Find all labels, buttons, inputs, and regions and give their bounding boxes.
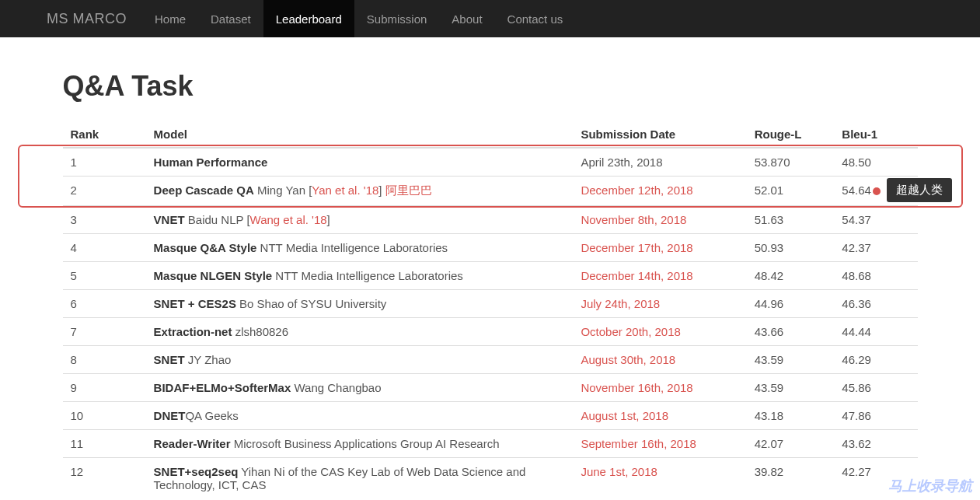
cell-rank: 11 bbox=[63, 430, 146, 458]
cell-bleu-1: 46.29 bbox=[834, 346, 917, 374]
submission-date-link[interactable]: October 20th, 2018 bbox=[581, 325, 680, 338]
submission-date-link[interactable]: September 16th, 2018 bbox=[581, 437, 696, 450]
submission-date-link[interactable]: December 14th, 2018 bbox=[581, 269, 692, 282]
cell-model: SNET + CES2S Bo Shao of SYSU University bbox=[146, 290, 574, 318]
submission-date-link[interactable]: November 8th, 2018 bbox=[581, 213, 686, 226]
col-model: Model bbox=[146, 121, 574, 148]
cell-model: Masque NLGEN Style NTT Media Intelligenc… bbox=[146, 262, 574, 290]
cell-date: October 20th, 2018 bbox=[573, 318, 746, 346]
model-affiliation: zlsh80826 bbox=[232, 325, 288, 338]
model-affiliation: Microsoft Business Applications Group AI… bbox=[231, 437, 500, 450]
brand-logo[interactable]: MS MARCO bbox=[47, 0, 142, 37]
nav-link[interactable]: About bbox=[439, 0, 494, 37]
navbar: MS MARCO HomeDatasetLeaderboardSubmissio… bbox=[0, 0, 980, 37]
cell-rank: 9 bbox=[63, 374, 146, 402]
model-affiliation: NTT Media Intelligence Laboratories bbox=[272, 269, 463, 282]
cell-date: August 1st, 2018 bbox=[573, 402, 746, 430]
nav-item-home[interactable]: Home bbox=[142, 0, 198, 37]
cell-bleu-1: 43.62 bbox=[834, 430, 917, 458]
model-name: SNET+seq2seq bbox=[154, 465, 239, 478]
cell-rouge-l: 53.870 bbox=[747, 148, 835, 177]
model-reference-link[interactable]: Yan et al. '18 bbox=[312, 184, 378, 197]
table-body: 1Human PerformanceApril 23th, 201853.870… bbox=[63, 148, 918, 498]
submission-date-link[interactable]: July 24th, 2018 bbox=[581, 297, 660, 310]
table-row: 3VNET Baidu NLP [Wang et al. '18]Novembe… bbox=[63, 206, 918, 234]
cell-date: December 17th, 2018 bbox=[573, 234, 746, 262]
cell-bleu-1: 45.86 bbox=[834, 374, 917, 402]
cell-date: September 16th, 2018 bbox=[573, 430, 746, 458]
submission-date-link[interactable]: December 12th, 2018 bbox=[581, 184, 692, 197]
cell-rank: 2 bbox=[63, 177, 146, 206]
bleu-value: 48.50 bbox=[842, 156, 871, 169]
cell-model: VNET Baidu NLP [Wang et al. '18] bbox=[146, 206, 574, 234]
nav-item-about[interactable]: About bbox=[439, 0, 494, 37]
col-rouge: Rouge-L bbox=[747, 121, 835, 148]
table-row: 6SNET + CES2S Bo Shao of SYSU University… bbox=[63, 290, 918, 318]
nav-link[interactable]: Contact us bbox=[495, 0, 576, 37]
table-header-row: Rank Model Submission Date Rouge-L Bleu-… bbox=[63, 121, 918, 148]
cell-date: November 16th, 2018 bbox=[573, 374, 746, 402]
model-affiliation: Wang Changbao bbox=[291, 381, 381, 394]
model-affiliation-cn: 阿里巴巴 bbox=[385, 184, 432, 197]
cell-rouge-l: 52.01 bbox=[747, 177, 835, 206]
table-row: 5Masque NLGEN Style NTT Media Intelligen… bbox=[63, 262, 918, 290]
model-name: DNET bbox=[154, 409, 186, 422]
cell-model: Reader-Writer Microsoft Business Applica… bbox=[146, 430, 574, 458]
cell-rank: 7 bbox=[63, 318, 146, 346]
table-row: 12SNET+seq2seq Yihan Ni of the CAS Key L… bbox=[63, 458, 918, 499]
nav-item-submission[interactable]: Submission bbox=[354, 0, 440, 37]
table-row: 11Reader-Writer Microsoft Business Appli… bbox=[63, 430, 918, 458]
highlight-dot-icon bbox=[873, 187, 881, 195]
nav-item-leaderboard[interactable]: Leaderboard bbox=[263, 0, 354, 37]
model-name: BIDAF+ELMo+SofterMax bbox=[154, 381, 291, 394]
submission-date-link[interactable]: December 17th, 2018 bbox=[581, 241, 692, 254]
model-name: Extraction-net bbox=[154, 325, 232, 338]
cell-rouge-l: 43.66 bbox=[747, 318, 835, 346]
cell-date: August 30th, 2018 bbox=[573, 346, 746, 374]
cell-rank: 1 bbox=[63, 148, 146, 177]
col-bleu: Bleu-1 bbox=[834, 121, 917, 148]
nav-item-contact-us[interactable]: Contact us bbox=[495, 0, 576, 37]
cell-model: Masque Q&A Style NTT Media Intelligence … bbox=[146, 234, 574, 262]
model-name: Masque Q&A Style bbox=[154, 241, 257, 254]
model-name: Masque NLGEN Style bbox=[154, 269, 273, 282]
submission-date-link[interactable]: June 1st, 2018 bbox=[581, 465, 657, 478]
cell-rouge-l: 43.59 bbox=[747, 346, 835, 374]
cell-date: July 24th, 2018 bbox=[573, 290, 746, 318]
bleu-value: 43.62 bbox=[842, 437, 871, 450]
cell-rouge-l: 42.07 bbox=[747, 430, 835, 458]
bleu-value: 42.27 bbox=[842, 465, 871, 478]
model-affiliation: Baidu NLP [ bbox=[185, 213, 250, 226]
bleu-value: 42.37 bbox=[842, 241, 871, 254]
model-name: VNET bbox=[154, 213, 185, 226]
model-name: Deep Cascade QA bbox=[154, 184, 254, 197]
submission-date-link[interactable]: August 1st, 2018 bbox=[581, 409, 668, 422]
table-row: 10DNETQA GeeksAugust 1st, 201843.1847.86 bbox=[63, 402, 918, 430]
nav-item-dataset[interactable]: Dataset bbox=[198, 0, 263, 37]
cell-rank: 10 bbox=[63, 402, 146, 430]
model-reference-link[interactable]: Wang et al. '18 bbox=[250, 213, 327, 226]
nav-link[interactable]: Home bbox=[142, 0, 198, 37]
cell-rouge-l: 48.42 bbox=[747, 262, 835, 290]
cell-date: April 23th, 2018 bbox=[573, 148, 746, 177]
cell-rank: 3 bbox=[63, 206, 146, 234]
bleu-value: 46.29 bbox=[842, 353, 871, 366]
cell-model: Human Performance bbox=[146, 148, 574, 177]
model-affiliation: Ming Yan [ bbox=[254, 184, 312, 197]
table-row: 7Extraction-net zlsh80826October 20th, 2… bbox=[63, 318, 918, 346]
cell-model: Deep Cascade QA Ming Yan [Yan et al. '18… bbox=[146, 177, 574, 206]
submission-date-link[interactable]: August 30th, 2018 bbox=[581, 353, 675, 366]
badge-surpass-human: 超越人类 bbox=[887, 178, 952, 202]
cell-model: SNET JY Zhao bbox=[146, 346, 574, 374]
cell-bleu-1: 46.36 bbox=[834, 290, 917, 318]
nav-link[interactable]: Leaderboard bbox=[263, 0, 354, 37]
cell-date: June 1st, 2018 bbox=[573, 458, 746, 499]
nav-link[interactable]: Submission bbox=[354, 0, 440, 37]
cell-rank: 8 bbox=[63, 346, 146, 374]
bleu-value: 46.36 bbox=[842, 297, 871, 310]
submission-date-link[interactable]: November 16th, 2018 bbox=[581, 381, 692, 394]
cell-model: Extraction-net zlsh80826 bbox=[146, 318, 574, 346]
col-rank: Rank bbox=[63, 121, 146, 148]
cell-rank: 6 bbox=[63, 290, 146, 318]
nav-link[interactable]: Dataset bbox=[198, 0, 263, 37]
